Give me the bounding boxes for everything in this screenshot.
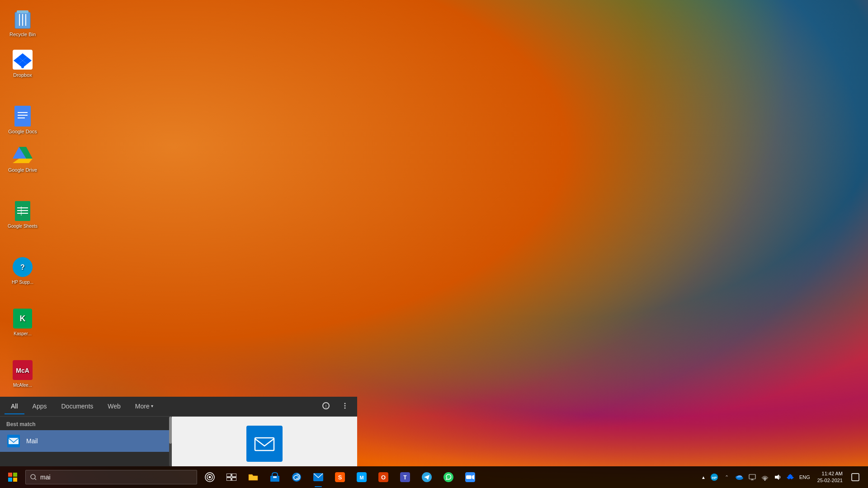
google-drive-label: Google Drive bbox=[8, 167, 37, 173]
taskbar-office[interactable]: O bbox=[373, 466, 394, 488]
tray-volume-icon[interactable] bbox=[772, 469, 783, 485]
svg-point-64 bbox=[443, 472, 453, 482]
svg-text:T: T bbox=[403, 474, 407, 481]
svg-text:?: ? bbox=[20, 263, 25, 271]
svg-rect-46 bbox=[226, 474, 231, 477]
tray-network-icon[interactable] bbox=[760, 469, 770, 485]
dropbox-icon bbox=[12, 49, 33, 70]
tab-more[interactable]: More ▾ bbox=[129, 399, 160, 414]
clock-date: 25-02-2021 bbox=[817, 477, 843, 484]
taskbar-store[interactable] bbox=[264, 466, 286, 488]
result-item-mail[interactable]: Mail bbox=[0, 430, 172, 452]
tray-hp-icon[interactable]: HP bbox=[709, 469, 720, 485]
svg-point-75 bbox=[764, 479, 765, 480]
search-results-right bbox=[172, 417, 357, 466]
tab-all[interactable]: All bbox=[5, 399, 24, 414]
desktop-icon-google-docs[interactable]: Google Docs bbox=[2, 102, 43, 138]
svg-text:O: O bbox=[381, 474, 386, 481]
taskbar-whatsapp[interactable] bbox=[438, 466, 459, 488]
recycle-bin-label: Recycle Bin bbox=[9, 32, 36, 37]
taskbar-file-explorer[interactable] bbox=[242, 466, 264, 488]
svg-rect-40 bbox=[13, 478, 17, 482]
desktop-icon-recycle-bin[interactable]: Recycle Bin bbox=[2, 5, 43, 41]
svg-rect-13 bbox=[18, 115, 28, 116]
dropbox-label: Dropbox bbox=[13, 72, 32, 78]
svg-rect-48 bbox=[226, 478, 231, 481]
desktop-icon-kaspersky[interactable]: K Kasper... bbox=[2, 304, 43, 340]
taskbar-search-box[interactable] bbox=[25, 470, 197, 484]
svg-line-42 bbox=[35, 479, 36, 480]
section-header: Best match bbox=[0, 417, 172, 430]
mail-result-icon bbox=[6, 434, 21, 448]
hp-support-icon: ? bbox=[12, 256, 33, 278]
chevron-down-icon: ▾ bbox=[151, 404, 153, 408]
svg-point-41 bbox=[31, 474, 35, 479]
kaspersky-icon: K bbox=[12, 308, 33, 329]
tab-web[interactable]: Web bbox=[101, 399, 127, 414]
search-results-left: Best match Mail bbox=[0, 417, 172, 466]
tray-clock[interactable]: 11:42 AM 25-02-2021 bbox=[814, 469, 846, 486]
search-tab-actions bbox=[318, 400, 353, 413]
svg-text:K: K bbox=[20, 314, 26, 323]
svg-rect-80 bbox=[852, 474, 859, 481]
taskbar-search-input[interactable] bbox=[40, 474, 192, 481]
scroll-thumb[interactable] bbox=[169, 417, 172, 444]
svg-rect-66 bbox=[466, 475, 472, 479]
scrollbar[interactable] bbox=[169, 417, 172, 466]
desktop-icon-mcafee[interactable]: McA McAfee... bbox=[2, 356, 43, 391]
hp-support-label: HP Supp... bbox=[12, 280, 33, 285]
tray-expand-button[interactable]: ▲ bbox=[700, 469, 707, 485]
notification-center-button[interactable] bbox=[848, 466, 863, 488]
start-button[interactable] bbox=[2, 466, 24, 488]
feedback-button[interactable] bbox=[318, 400, 334, 413]
tab-documents[interactable]: Documents bbox=[55, 399, 99, 414]
svg-rect-11 bbox=[14, 106, 31, 127]
google-drive-icon bbox=[12, 144, 33, 165]
more-options-button[interactable] bbox=[337, 400, 353, 413]
taskbar-telegram[interactable] bbox=[416, 466, 438, 488]
svg-point-10 bbox=[21, 66, 24, 68]
recycle-bin-icon bbox=[12, 8, 33, 30]
taskbar-cortana[interactable] bbox=[199, 466, 221, 488]
mcafee-icon: McA bbox=[12, 359, 33, 381]
tab-apps[interactable]: Apps bbox=[26, 399, 53, 414]
taskbar-teams[interactable]: T bbox=[394, 466, 416, 488]
search-results: Best match Mail bbox=[0, 417, 357, 466]
desktop-icon-google-drive[interactable]: Google Drive bbox=[2, 140, 43, 176]
svg-rect-72 bbox=[749, 474, 755, 479]
google-docs-icon bbox=[12, 105, 33, 127]
svg-rect-14 bbox=[18, 117, 25, 118]
google-docs-label: Google Docs bbox=[8, 129, 37, 134]
google-sheets-label: Google Sheets bbox=[8, 224, 38, 229]
result-mail-label: Mail bbox=[26, 437, 38, 445]
taskbar-zoom[interactable] bbox=[459, 466, 481, 488]
mail-preview-icon bbox=[246, 426, 283, 462]
svg-point-33 bbox=[344, 407, 346, 408]
taskbar-mail[interactable] bbox=[307, 466, 329, 488]
taskbar-edge[interactable] bbox=[286, 466, 307, 488]
desktop-icon-google-sheets[interactable]: Google Sheets bbox=[2, 197, 43, 232]
svg-rect-35 bbox=[9, 438, 19, 444]
taskbar: S M O T bbox=[0, 466, 868, 488]
desktop-icon-hp-support[interactable]: ? HP Supp... bbox=[2, 253, 43, 288]
tray-display-icon[interactable] bbox=[747, 469, 758, 485]
svg-point-31 bbox=[344, 403, 346, 404]
svg-point-32 bbox=[344, 405, 346, 406]
svg-text:McA: McA bbox=[16, 367, 29, 374]
search-icon bbox=[30, 474, 37, 480]
tray-onedrive-icon[interactable] bbox=[734, 469, 745, 485]
tray-hidden-icon[interactable]: ⌃ bbox=[722, 469, 732, 485]
svg-rect-36 bbox=[255, 438, 274, 450]
svg-rect-37 bbox=[8, 473, 12, 477]
tray-dropbox-tray-icon[interactable] bbox=[785, 469, 796, 485]
svg-rect-51 bbox=[273, 476, 277, 478]
search-panel: All Apps Documents Web More ▾ bbox=[0, 397, 357, 466]
tray-language[interactable]: ENG bbox=[797, 469, 812, 485]
svg-text:M: M bbox=[359, 475, 363, 480]
svg-rect-12 bbox=[18, 112, 28, 113]
taskbar-snagit[interactable]: S bbox=[329, 466, 351, 488]
svg-point-45 bbox=[209, 476, 211, 479]
taskbar-malwarebytes[interactable]: M bbox=[351, 466, 373, 488]
taskbar-task-view[interactable] bbox=[221, 466, 242, 488]
desktop-icon-dropbox[interactable]: Dropbox bbox=[2, 45, 43, 81]
